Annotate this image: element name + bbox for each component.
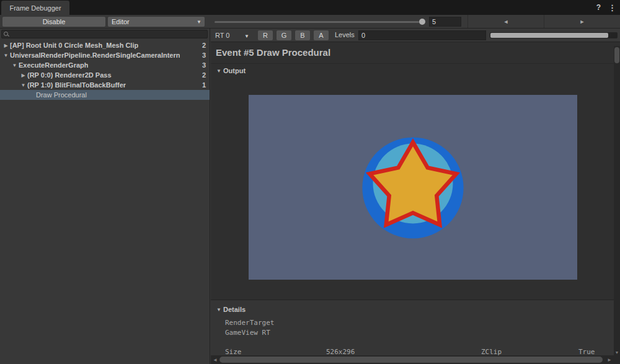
next-arrow-icon: ►	[580, 19, 585, 25]
prev-event-button[interactable]: ◄	[468, 15, 544, 28]
search-input[interactable]	[9, 31, 207, 38]
output-section-header[interactable]: ▼ Output	[215, 64, 246, 77]
render-target-toolbar: RT 0 ▼ R G B A Levels	[211, 29, 620, 42]
foldout-expanded-icon[interactable]: ▼	[2, 53, 10, 58]
foldout-expanded-icon[interactable]: ▼	[215, 307, 223, 313]
foldout-collapsed-icon[interactable]: ▶	[2, 43, 10, 48]
tree-item[interactable]: ▼ (RP 1:0) BlitFinalToBackBuffer 1	[0, 80, 210, 90]
disable-button[interactable]: Disable	[2, 17, 105, 27]
prev-arrow-icon: ◄	[503, 19, 509, 25]
levels-slider-thumb[interactable]	[490, 33, 608, 38]
scroll-right-icon[interactable]: ►	[607, 355, 612, 364]
title-bar: Frame Debugger ? ⋮	[0, 0, 620, 15]
frame-debugger-window: Frame Debugger ? ⋮ Disable Editor ▼ ◄ ►	[0, 0, 620, 364]
render-target-value: GameView RT	[225, 329, 270, 337]
event-count: 3	[202, 51, 210, 59]
search-icon	[4, 32, 9, 37]
render-output-preview	[249, 95, 577, 280]
tree-item[interactable]: ▶ [AP] Root Unit 0 Circle Mesh_Mesh Clip…	[0, 40, 210, 50]
render-target-dropdown[interactable]: RT 0 ▼	[213, 30, 252, 41]
event-title-bar: Event #5 Draw Procedural	[211, 42, 620, 64]
event-slider-handle[interactable]	[419, 19, 425, 25]
vertical-scrollbar-thumb[interactable]	[614, 47, 619, 63]
editor-target-dropdown[interactable]: Editor ▼	[108, 17, 205, 27]
details-section-header[interactable]: ▼ Details	[215, 303, 246, 316]
channel-r-button[interactable]: R	[258, 30, 273, 40]
channel-a-button[interactable]: A	[314, 30, 329, 40]
kebab-menu-icon[interactable]: ⋮	[608, 3, 616, 12]
search-field[interactable]	[1, 30, 208, 38]
foldout-expanded-icon[interactable]: ▼	[215, 68, 223, 74]
main-toolbar: Disable Editor ▼ ◄ ►	[0, 15, 620, 29]
levels-slider[interactable]	[490, 32, 618, 38]
scrollbar-corner	[614, 355, 620, 364]
levels-input[interactable]	[358, 30, 486, 40]
details-section: ▼ Details RenderTarget GameView RT Size …	[211, 300, 614, 355]
scroll-left-icon[interactable]: ◄	[213, 355, 218, 364]
levels-label: Levels	[335, 29, 355, 42]
tab-label: Frame Debugger	[9, 4, 61, 12]
tree-item[interactable]: ▼ UniversalRenderPipeline.RenderSingleCa…	[0, 50, 210, 60]
tree-item[interactable]: ▼ ExecuteRenderGraph 3	[0, 60, 210, 70]
vertical-scrollbar[interactable]: ▼	[614, 46, 620, 355]
event-number-input[interactable]	[429, 17, 461, 27]
search-row	[0, 29, 210, 40]
event-tree: ▶ [AP] Root Unit 0 Circle Mesh_Mesh Clip…	[0, 40, 210, 364]
horizontal-scrollbar[interactable]: ◄ ►	[211, 355, 614, 364]
foldout-expanded-icon[interactable]: ▼	[19, 82, 27, 88]
render-output-image	[249, 95, 577, 280]
help-icon[interactable]: ?	[596, 3, 601, 12]
render-target-label: RenderTarget	[225, 319, 274, 327]
event-count: 1	[202, 81, 210, 89]
event-tree-panel: ▶ [AP] Root Unit 0 Circle Mesh_Mesh Clip…	[0, 29, 210, 364]
foldout-expanded-icon[interactable]: ▼	[11, 63, 19, 68]
foldout-collapsed-icon[interactable]: ▶	[19, 73, 27, 78]
event-detail-panel: RT 0 ▼ R G B A Levels Event #5 Draw Proc…	[211, 29, 620, 364]
chevron-down-icon: ▼	[244, 33, 249, 39]
tree-item-selected[interactable]: Draw Procedural	[0, 90, 210, 100]
channel-g-button[interactable]: G	[277, 30, 291, 40]
event-count: 2	[202, 71, 210, 79]
tree-item[interactable]: ▶ (RP 0:0) Renderer2D Pass 2	[0, 70, 210, 80]
event-title: Event #5 Draw Procedural	[216, 42, 330, 63]
next-event-button[interactable]: ►	[544, 15, 620, 28]
channel-b-button[interactable]: B	[295, 30, 310, 40]
event-slider-track[interactable]	[215, 21, 419, 23]
horizontal-scrollbar-thumb[interactable]	[219, 357, 603, 363]
event-count: 2	[202, 42, 210, 49]
chevron-down-icon: ▼	[197, 19, 202, 25]
event-count: 3	[202, 61, 210, 69]
tab-frame-debugger[interactable]: Frame Debugger	[1, 1, 69, 15]
scroll-down-icon[interactable]: ▼	[614, 350, 620, 355]
